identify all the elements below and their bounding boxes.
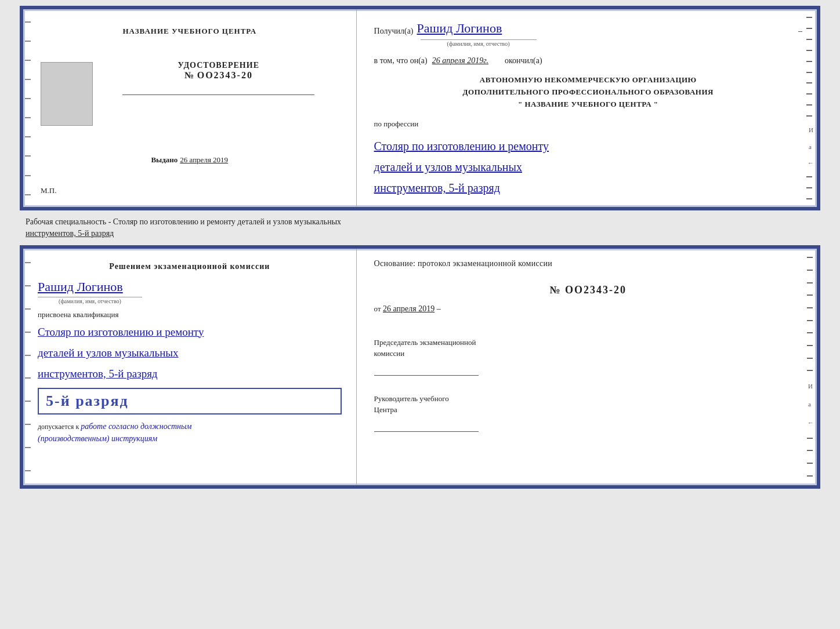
mp-label: М.П. — [41, 186, 56, 195]
head-label: Руководитель учебного Центра — [374, 393, 802, 416]
fio-sub-bottom: (фамилия, имя, отчество) — [38, 297, 142, 304]
specialty-text: Рабочая специальность - Столяр по изгото… — [20, 213, 820, 242]
head-block: Руководитель учебного Центра — [374, 393, 802, 438]
recipient-dash: – — [798, 27, 802, 36]
qual-handwritten: Столяр по изготовлению и ремонту деталей… — [38, 322, 342, 384]
org-line2: ДОПОЛНИТЕЛЬНОГО ПРОФЕССИОНАЛЬНОГО ОБРАЗО… — [374, 86, 802, 99]
top-doc-left: НАЗВАНИЕ УЧЕБНОГО ЦЕНТРА УДОСТОВЕРЕНИЕ №… — [23, 9, 357, 207]
fio-label-top: (фамилия, имя, отчество) — [421, 39, 537, 47]
prof-hw-line1: Столяр по изготовлению и ремонту — [374, 136, 802, 157]
top-doc-right: Получил(а) Рашид Логинов – (фамилия, имя… — [357, 9, 817, 207]
org-line1: АВТОНОМНУЮ НЕКОММЕРЧЕСКУЮ ОРГАНИЗАЦИЮ — [374, 74, 802, 86]
issue-label: Выдано — [151, 155, 178, 165]
document-container: НАЗВАНИЕ УЧЕБНОГО ЦЕНТРА УДОСТОВЕРЕНИЕ №… — [20, 6, 820, 489]
decision-title: Решением экзаменационной комиссии — [38, 260, 342, 272]
specialty-line2-underlined: инструментов, 5-й разряд — [26, 229, 114, 238]
profession-label: по профессии — [374, 119, 802, 129]
prof-hw-line3: инструментов, 5-й разряд — [374, 177, 802, 198]
proto-date-dash: – — [437, 304, 441, 313]
head-line1: Руководитель учебного — [374, 394, 449, 403]
cert-number: OO2343-20 — [197, 70, 253, 80]
proto-date: от 26 апреля 2019 – — [374, 304, 802, 314]
qual-hw-line3: инструментов, 5-й разряд — [38, 363, 342, 384]
qual-hw-line2: деталей и узлов музыкальных — [38, 343, 342, 363]
recipient-label: Получил(а) — [374, 27, 414, 36]
prof-hw-line2: деталей и узлов музыкальных — [374, 157, 802, 177]
rank-highlight-box: 5-й разряд — [38, 388, 342, 415]
chairman-label: Председатель экзаменационной комиссии — [374, 337, 802, 359]
issue-line: Выдано 26 апреля 2019 — [151, 155, 228, 165]
completed-end: окончил(а) — [505, 56, 542, 66]
proto-date-val: 26 апреля 2019 — [383, 304, 435, 313]
proto-num-val: OO2343-20 — [565, 284, 627, 296]
allowed-text: допускается к работе согласно должностны… — [38, 420, 342, 445]
bottom-right-deco-lines: И а ← — [807, 249, 814, 485]
recipient-line: Получил(а) Рашид Логинов – — [374, 21, 802, 36]
proto-prefix: № — [549, 284, 561, 296]
decision-title-line1: Решением экзаменационной комиссии — [109, 262, 270, 271]
basis-line: Основание: протокол экзаменационной коми… — [374, 257, 802, 270]
bottom-document: Решением экзаменационной комиссии Рашид … — [20, 245, 820, 489]
chairman-signature-line — [374, 362, 479, 376]
org-block: АВТОНОМНУЮ НЕКОММЕРЧЕСКУЮ ОРГАНИЗАЦИЮ ДО… — [374, 74, 802, 110]
chairman-block: Председатель экзаменационной комиссии — [374, 337, 802, 381]
recipient-name: Рашид Логинов — [417, 21, 795, 36]
certificate-number-section: УДОСТОВЕРЕНИЕ № OO2343-20 — [178, 61, 259, 81]
completed-label: в том, что он(а) — [374, 56, 428, 66]
bottom-doc-right: Основание: протокол экзаменационной коми… — [357, 249, 817, 485]
cert-number-prefix: № — [184, 70, 195, 80]
allowed-label: допускается к — [38, 423, 79, 431]
profession-handwritten: Столяр по изготовлению и ремонту деталей… — [374, 136, 802, 198]
top-document: НАЗВАНИЕ УЧЕБНОГО ЦЕНТРА УДОСТОВЕРЕНИЕ №… — [20, 6, 820, 210]
qual-hw-line1: Столяр по изготовлению и ремонту — [38, 322, 342, 343]
head-line2: Центра — [374, 405, 397, 414]
cert-label: УДОСТОВЕРЕНИЕ — [178, 61, 259, 70]
org-line3: " НАЗВАНИЕ УЧЕБНОГО ЦЕНТРА " — [374, 99, 802, 111]
photo-placeholder — [41, 62, 93, 126]
specialty-line1: Рабочая специальность - Столяр по изгото… — [26, 216, 814, 228]
allowed-hw2: (производственным) инструкциям — [38, 434, 157, 443]
completed-line: в том, что он(а) 26 апреля 2019г. окончи… — [374, 56, 802, 66]
completed-date: 26 апреля 2019г. — [432, 56, 488, 66]
rank-text: 5-й разряд — [46, 392, 129, 409]
head-signature-line — [374, 418, 479, 432]
issue-date: 26 апреля 2019 — [180, 155, 228, 165]
proto-date-prefix: от — [374, 304, 381, 313]
person-name: Рашид Логинов — [38, 279, 342, 294]
bottom-doc-left: Решением экзаменационной комиссии Рашид … — [23, 249, 357, 485]
chairman-line2: комиссии — [374, 349, 405, 358]
top-center-title: НАЗВАНИЕ УЧЕБНОГО ЦЕНТРА — [123, 27, 257, 36]
allowed-hw: работе согласно должностным — [81, 422, 191, 431]
proto-number: № OO2343-20 — [374, 284, 802, 296]
specialty-line2: инструментов, 5-й разряд — [26, 228, 814, 239]
chairman-line1: Председатель экзаменационной — [374, 338, 476, 347]
qualification-label: присвоена квалификация — [38, 310, 342, 319]
right-deco-lines: И а ← — [806, 9, 814, 207]
